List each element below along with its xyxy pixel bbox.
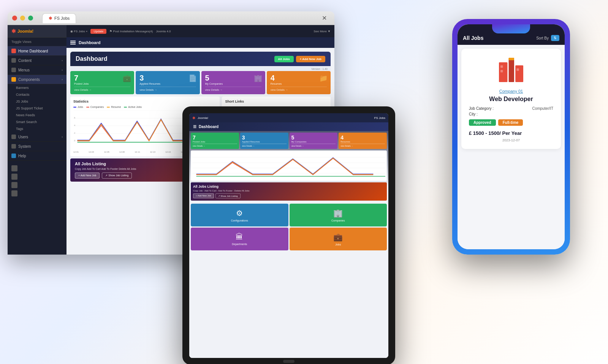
sidebar-sub-banners[interactable]: Banners <box>8 84 66 91</box>
tablet-grid-jobs[interactable]: 💼 Jobs <box>290 228 387 250</box>
traffic-light-red[interactable] <box>12 16 17 21</box>
tablet-stat-num-2: 5 <box>291 135 336 141</box>
help-icon <box>11 154 16 158</box>
sidebar-icon-extra <box>11 190 17 196</box>
phone-sort-button[interactable]: ⇅ <box>551 35 559 41</box>
menus-icon <box>11 68 16 72</box>
version-label: Version : 1.40 <box>70 67 331 71</box>
posted-jobs-count: 7 <box>74 74 130 82</box>
sidebar-sub-support[interactable]: JS Support Ticket <box>8 105 66 112</box>
sidebar-sub-tags[interactable]: Tags <box>8 125 66 132</box>
joomla-topbar: ◉ FS Jobs × Update ⚑ Post Installation M… <box>66 25 334 37</box>
add-new-job-btn[interactable]: + Add New Job <box>75 173 100 179</box>
sidebar-item-home[interactable]: Home Dashboard <box>8 46 66 56</box>
dash-header: Dashboard All Jobs + Add New Job <box>70 52 331 66</box>
sidebar-sub-contacts[interactable]: Contacts <box>8 91 66 98</box>
tablet-stats-row: 7 Posted Jobs view Details → 3 Applied R… <box>189 131 388 150</box>
tablet-add-job-btn[interactable]: + Add New Job <box>193 193 214 198</box>
tablet-grid-companies[interactable]: 🏢 Companies <box>290 204 387 226</box>
browser-titlebar: ✱ FS Jobs ✕ <box>8 11 334 25</box>
badge-row: Approved Full-time <box>469 119 553 126</box>
sidebar-icon-extra <box>11 174 17 180</box>
sidebar-item-menus[interactable]: Menus › <box>8 65 66 75</box>
sidebar-icon-extra <box>11 182 17 188</box>
tab-label: FS Jobs <box>54 16 70 21</box>
phone-screen: All Jobs Sort By ⇅ <box>458 24 565 249</box>
legend-dot-companies <box>86 107 89 108</box>
stat-card-companies: 🏢 5 My Companies view Details → <box>201 71 265 94</box>
legend-companies: Companies <box>86 106 104 108</box>
resumes-count: 4 <box>271 74 327 82</box>
view-details-1[interactable]: view Details → <box>139 87 196 91</box>
browser-tab[interactable]: ✱ FS Jobs <box>42 13 76 23</box>
sidebar-item-components[interactable]: Components › <box>8 75 66 84</box>
content-header: Dashboard <box>66 37 334 48</box>
job-category-label: Job Category : <box>469 106 494 111</box>
tablet-jobs-subtitle: Copy Job · Add To Cart · Add To Footer ·… <box>193 190 385 192</box>
tablet-home-button[interactable] <box>283 360 294 363</box>
fulltime-badge: Full-time <box>498 119 523 126</box>
topbar-text: ◉ FS Jobs × <box>70 30 87 33</box>
system-icon <box>11 144 16 149</box>
joomla-logo-text: Joomla! <box>17 29 33 33</box>
resumes-label: Resumes <box>271 82 327 85</box>
sidebar-toggle[interactable]: Toggle Views <box>8 38 66 46</box>
sidebar-sub-jsjobs[interactable]: JS Jobs <box>8 98 66 105</box>
stat-card-applied-resumes: 📄 3 Applied Resumes view Details → <box>136 71 200 94</box>
hamburger-menu[interactable] <box>70 41 76 44</box>
phone-mockup: All Jobs Sort By ⇅ <box>452 19 570 255</box>
sidebar-item-system[interactable]: System <box>8 142 66 151</box>
tablet-show-listing-btn[interactable]: ↗ Show Job Listing <box>215 193 241 198</box>
tablet-grid-departments[interactable]: 🏛 Departments <box>191 228 288 250</box>
sidebar-sub-newsfeeds[interactable]: News Feeds <box>8 112 66 119</box>
tablet-jobs-title: All Jobs Listing <box>193 185 385 188</box>
view-details-2[interactable]: view Details → <box>205 87 261 91</box>
tablet-jobs-buttons: + Add New Job ↗ Show Job Listing <box>193 193 385 198</box>
svg-text:2: 2 <box>74 132 75 134</box>
tablet-stat-1: 3 Applied Resumes view Details → <box>240 133 288 149</box>
sidebar-sub-smartsearch[interactable]: Smart Search <box>8 119 66 125</box>
stats-row: 💼 7 Posted Jobs view Details → 📄 3 Appli… <box>70 71 331 94</box>
svg-text:6: 6 <box>74 117 75 119</box>
content-icon <box>11 58 16 63</box>
company-name[interactable]: Company 01 <box>467 89 555 93</box>
show-job-listing-btn[interactable]: ↗ Show Job Listing <box>102 173 132 179</box>
legend-dot-resume <box>107 107 110 108</box>
stat-card-posted-jobs: 💼 7 Posted Jobs view Details → <box>70 71 134 94</box>
topbar-joomla-version: Joomla 4.0 <box>156 30 171 33</box>
topbar-see-more[interactable]: See More ▼ <box>314 30 331 33</box>
tablet-grid-label-2: Departments <box>232 243 247 245</box>
svg-rect-16 <box>509 58 514 60</box>
sidebar-item-content[interactable]: Content › <box>8 56 66 65</box>
sort-icon: ⇅ <box>554 36 557 40</box>
svg-rect-14 <box>509 58 514 82</box>
all-jobs-button[interactable]: All Jobs <box>274 56 294 62</box>
content-header-title: Dashboard <box>79 40 100 45</box>
job-date: 2023-12-07 <box>467 138 555 143</box>
traffic-light-yellow[interactable] <box>20 16 25 21</box>
sidebar-icon-extra <box>11 165 17 171</box>
phone-header-title: All Jobs <box>463 35 483 41</box>
sidebar-item-help[interactable]: Help <box>8 151 66 161</box>
svg-rect-19 <box>516 68 519 71</box>
companies-count: 5 <box>205 74 261 82</box>
add-new-job-button[interactable]: + Add New Job <box>296 56 325 62</box>
close-icon[interactable]: ✕ <box>322 14 327 22</box>
view-details-0[interactable]: view Details → <box>74 87 130 91</box>
legend-dot-jobs <box>73 107 76 108</box>
tablet-grid-label-0: Configurations <box>231 219 248 222</box>
svg-rect-17 <box>500 65 503 68</box>
applied-resumes-count: 3 <box>139 74 196 82</box>
tablet-grid-configurations[interactable]: ⚙ Configurations <box>191 204 288 226</box>
tablet-stat-num-0: 7 <box>193 135 237 141</box>
topbar-update-btn[interactable]: Update <box>90 29 106 34</box>
jobs-briefcase-icon: 💼 <box>333 233 343 242</box>
traffic-light-green[interactable] <box>28 16 33 21</box>
view-details-3[interactable]: view Details → <box>271 87 327 91</box>
company-logo-svg <box>496 55 526 85</box>
folder-icon: 📁 <box>319 74 328 82</box>
tablet-stat-num-3: 4 <box>340 135 385 141</box>
stat-card-resumes: 📁 4 Resumes view Details → <box>267 71 331 94</box>
sidebar-item-users[interactable]: Users › <box>8 132 66 142</box>
job-card-logo <box>467 55 555 85</box>
